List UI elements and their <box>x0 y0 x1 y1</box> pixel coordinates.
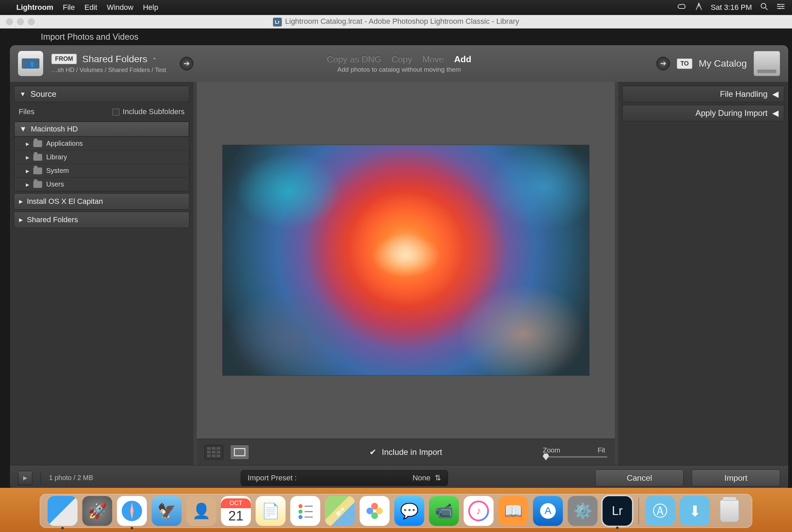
dest-drive-icon[interactable] <box>754 51 780 76</box>
import-header: 👥 FROM Shared Folders ⌃ …sh HD / Volumes… <box>10 45 788 82</box>
import-footer: ▶ 1 photo / 2 MB Import Preset : None ⇅ … <box>10 465 788 490</box>
dock-calendar-icon[interactable]: OCT21 <box>221 496 251 526</box>
folder-icon <box>33 167 42 174</box>
tree-volume-macintosh-hd[interactable]: ▼Macintosh HD <box>14 122 189 137</box>
source-panel: ▼Source Files Include Subfolders ▼Macint… <box>10 82 193 465</box>
collapse-icon: ◀ <box>772 89 778 99</box>
dest-arrow-button[interactable]: ➔ <box>656 57 670 70</box>
tree-volume-install-osx[interactable]: ▸Install OS X El Capitan <box>14 193 189 210</box>
menu-help[interactable]: Help <box>143 3 158 12</box>
dock-separator <box>638 498 639 524</box>
folder-icon <box>33 140 42 147</box>
import-button[interactable]: Import <box>692 469 780 486</box>
source-volume-icon[interactable]: 👥 <box>18 51 43 76</box>
chevron-right-icon: ▸ <box>26 180 29 189</box>
folder-icon <box>33 154 42 161</box>
tree-folder[interactable]: ▸Users <box>14 177 189 191</box>
dock-maps-icon[interactable]: ➶ <box>325 496 355 526</box>
svg-point-12 <box>298 510 303 514</box>
cancel-button[interactable]: Cancel <box>595 469 684 486</box>
macos-menubar: Lightroom File Edit Window Help Sat 3:16… <box>0 0 792 15</box>
dock-folder-downloads-icon[interactable]: ⬇ <box>680 496 710 526</box>
source-picker[interactable]: Shared Folders ⌃ <box>82 54 157 65</box>
menu-file[interactable]: File <box>63 3 75 12</box>
dock-finder-icon[interactable] <box>48 496 78 526</box>
svg-point-13 <box>298 515 303 519</box>
status-icon[interactable] <box>695 2 703 13</box>
dock-ibooks-icon[interactable]: 📖 <box>498 496 528 526</box>
apply-during-import-panel-header[interactable]: Apply During Import◀ <box>622 105 784 121</box>
dock-appstore-icon[interactable]: A <box>533 496 563 526</box>
minimize-window-button[interactable] <box>17 18 24 25</box>
import-count: 1 photo / 2 MB <box>49 474 93 482</box>
spotlight-icon[interactable] <box>760 2 768 13</box>
zoom-label: Zoom <box>543 446 560 454</box>
chevron-right-icon: ▸ <box>26 140 29 148</box>
dock-trash-icon[interactable] <box>714 496 744 526</box>
tree-folder[interactable]: ▸Library <box>14 150 189 164</box>
dock-itunes-icon[interactable]: ♪ <box>464 496 494 526</box>
preview-toolbar: ✔ Include in Import Zoom Fit <box>197 439 615 465</box>
dock-contacts-icon[interactable]: 👤 <box>186 496 216 526</box>
dock-lightroom-icon[interactable]: Lr <box>602 496 632 526</box>
dock-facetime-icon[interactable]: 📹 <box>429 496 459 526</box>
menubar-clock[interactable]: Sat 3:16 PM <box>711 3 752 12</box>
loupe-view-button[interactable] <box>230 445 249 460</box>
chevron-right-icon: ▸ <box>26 167 29 175</box>
include-subfolders-toggle[interactable]: Include Subfolders <box>113 107 185 116</box>
svg-line-1 <box>765 7 768 10</box>
photo-thumbnail[interactable] <box>222 145 589 376</box>
dock-mail-icon[interactable]: 🦅 <box>152 496 182 526</box>
dock-launchpad-icon[interactable]: 🚀 <box>82 496 112 526</box>
mode-add[interactable]: Add <box>454 54 471 65</box>
source-path: …sh HD / Volumes / Shared Folders / Test <box>51 67 166 74</box>
import-dialog: 👥 FROM Shared Folders ⌃ …sh HD / Volumes… <box>10 45 789 491</box>
svg-point-5 <box>778 4 779 5</box>
svg-point-20 <box>366 508 373 514</box>
tree-folder[interactable]: ▸System <box>14 164 189 177</box>
dest-picker[interactable]: My Catalog <box>699 58 747 69</box>
collapse-icon: ◀ <box>772 108 778 118</box>
preview-panel: ✔ Include in Import Zoom Fit <box>193 82 618 465</box>
grid-view-button[interactable] <box>204 445 223 460</box>
zoom-slider[interactable] <box>543 456 607 458</box>
to-badge: TO <box>677 58 693 69</box>
app-menu[interactable]: Lightroom <box>16 3 53 12</box>
chevron-down-icon: ▼ <box>19 125 27 134</box>
menu-edit[interactable]: Edit <box>84 3 97 12</box>
svg-point-7 <box>779 8 780 9</box>
mode-copy-as-dng[interactable]: Copy as DNG <box>327 54 381 65</box>
creative-cloud-icon[interactable] <box>677 3 687 12</box>
dock-reminders-icon[interactable] <box>290 496 320 526</box>
chevron-right-icon: ▸ <box>26 153 29 161</box>
dock-notes-icon[interactable]: 📄 <box>256 496 286 526</box>
source-arrow-button[interactable]: ➔ <box>180 57 193 70</box>
svg-point-11 <box>298 504 303 508</box>
close-window-button[interactable] <box>6 18 13 25</box>
mode-move[interactable]: Move <box>422 54 444 65</box>
file-handling-panel-header[interactable]: File Handling◀ <box>622 86 784 102</box>
right-panels: File Handling◀ Apply During Import◀ <box>618 82 788 465</box>
dock-photos-icon[interactable] <box>360 496 390 526</box>
menu-window[interactable]: Window <box>107 3 133 12</box>
traffic-lights <box>6 18 35 25</box>
tree-folder[interactable]: ▸Applications <box>14 137 189 150</box>
fit-label[interactable]: Fit <box>598 446 605 454</box>
control-center-icon[interactable] <box>776 3 785 12</box>
import-preset-picker[interactable]: Import Preset : None ⇅ <box>241 470 448 486</box>
macos-dock: 🚀 🦅 👤 OCT21 📄 ➶ 💬 📹 ♪ 📖 A ⚙️ Lr Ⓐ ⬇ <box>40 494 752 528</box>
dock-messages-icon[interactable]: 💬 <box>394 496 424 526</box>
include-in-import-toggle[interactable]: ✔ Include in Import <box>369 447 442 457</box>
dock-safari-icon[interactable] <box>117 496 147 526</box>
collapse-icon: ▼ <box>20 91 26 98</box>
dock-folder-apps-icon[interactable]: Ⓐ <box>645 496 675 526</box>
minimize-import-button[interactable]: ▶ <box>18 471 32 485</box>
source-panel-header[interactable]: ▼Source <box>14 86 189 102</box>
zoom-window-button[interactable] <box>28 18 35 25</box>
tree-volume-shared-folders[interactable]: ▸Shared Folders <box>14 212 189 228</box>
from-badge: FROM <box>51 54 77 64</box>
mode-copy[interactable]: Copy <box>392 54 412 65</box>
background-panel-title: Import Photos and Videos <box>41 32 138 42</box>
chevron-right-icon: ▸ <box>19 215 23 224</box>
dock-settings-icon[interactable]: ⚙️ <box>568 496 598 526</box>
